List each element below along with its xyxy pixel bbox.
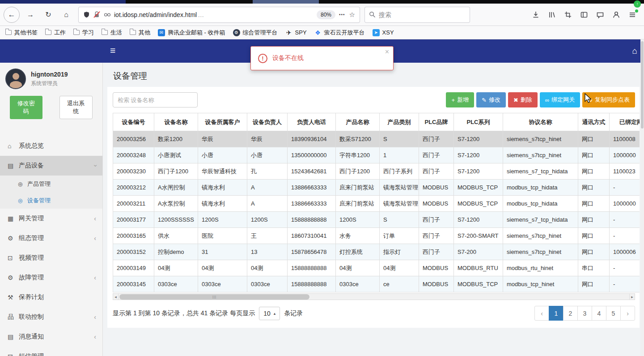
table-cell[interactable]: 04测 xyxy=(336,260,380,276)
table-cell[interactable]: 订单 xyxy=(380,228,419,244)
prev-page-button[interactable]: ‹ xyxy=(534,306,549,321)
table-cell[interactable]: 医院 xyxy=(198,228,247,244)
sidebar-collapse-button[interactable]: ≡ xyxy=(110,46,115,56)
table-cell[interactable]: 1000006 xyxy=(610,244,640,260)
table-cell[interactable]: MODBUS_RTU xyxy=(454,260,503,276)
bookmark-item[interactable]: ➤XSY xyxy=(373,29,394,36)
table-cell[interactable]: 网口 xyxy=(578,244,610,260)
table-cell[interactable]: S xyxy=(380,212,419,228)
sidebar-item[interactable]: 品联动控制‹ xyxy=(0,307,102,327)
table-cell[interactable]: - xyxy=(610,228,640,244)
table-cell[interactable]: 04测 xyxy=(380,260,419,276)
logout-button[interactable]: 退出系统 xyxy=(59,96,93,119)
bookmark-item[interactable]: 学习 xyxy=(73,29,94,37)
table-row[interactable]: 200003212A水闸控制镇海水利A13886663333庶来门前泵站镇海泵站… xyxy=(113,180,640,196)
page-button[interactable]: 1 xyxy=(549,306,564,321)
vertical-scrollbar-thumb[interactable] xyxy=(641,41,644,129)
table-cell[interactable]: 0303ce xyxy=(247,276,288,292)
page-button[interactable]: 2 xyxy=(563,306,578,321)
table-cell[interactable]: S7-1200 xyxy=(454,163,503,180)
table-cell[interactable]: 王 xyxy=(247,228,288,244)
scroll-right-icon[interactable]: ▸ xyxy=(629,293,635,300)
page-size-select[interactable]: 10 ▴ xyxy=(259,307,280,320)
table-cell[interactable]: 西门子 xyxy=(419,244,454,260)
table-cell[interactable]: MODBUS_TCP xyxy=(454,180,503,196)
table-cell[interactable]: MODBUS xyxy=(419,276,454,292)
table-cell[interactable]: A xyxy=(247,180,288,196)
add-button[interactable]: +新增 xyxy=(446,92,474,107)
table-cell[interactable]: 孔 xyxy=(247,163,288,180)
table-cell[interactable]: 数采S71200 xyxy=(336,131,380,147)
bookmark-item[interactable]: 其他书签 xyxy=(5,29,38,37)
table-cell[interactable]: 200003212 xyxy=(113,180,154,196)
bookmark-item[interactable]: 工作 xyxy=(45,29,66,37)
table-cell[interactable]: MODBUS xyxy=(419,180,454,196)
table-cell[interactable]: modbus_rtu_hinet xyxy=(503,260,578,276)
bind-gateway-button[interactable]: ∞绑定网关 xyxy=(540,92,580,107)
table-cell[interactable]: siemens_s7_tcp_hidata xyxy=(503,212,578,228)
table-cell[interactable]: 13500000000 xyxy=(288,147,336,163)
page-button[interactable]: 3 xyxy=(577,306,592,321)
table-cell[interactable]: 网口 xyxy=(578,228,610,244)
table-cell[interactable]: 200003230 xyxy=(113,163,154,180)
table-cell[interactable]: MODBUS xyxy=(419,196,454,212)
bookmark-item[interactable]: ✈SPY xyxy=(285,29,307,36)
sidebar-item[interactable]: ⚒保养计划 xyxy=(0,287,102,307)
table-cell[interactable]: 200003211 xyxy=(113,196,154,212)
sidebar-subitem[interactable]: ◎设备管理 xyxy=(0,192,102,209)
table-cell[interactable]: S7-200-SMART xyxy=(454,228,503,244)
table-cell[interactable]: 西门子 xyxy=(419,147,454,163)
table-cell[interactable]: 镇海泵站管理 xyxy=(380,196,419,212)
device-search-input[interactable] xyxy=(113,92,198,107)
forward-button[interactable]: → xyxy=(24,8,37,21)
download-icon[interactable] xyxy=(531,10,540,19)
bookmark-star-icon[interactable]: ☆ xyxy=(349,11,355,19)
table-cell[interactable]: 18390936104 xyxy=(288,131,336,147)
message-icon[interactable] xyxy=(596,10,605,19)
table-cell[interactable]: 13886663333 xyxy=(288,196,336,212)
menu-icon[interactable] xyxy=(628,10,637,19)
table-cell[interactable]: siemens_s7tcp_hinet xyxy=(503,131,578,147)
scrollbar-track[interactable]: ||| xyxy=(119,293,629,300)
table-cell[interactable]: 200003149 xyxy=(113,260,154,276)
table-cell[interactable]: 200003177 xyxy=(113,212,154,228)
table-cell[interactable]: 1200SSSSSS xyxy=(154,212,198,228)
table-cell[interactable]: 1200S xyxy=(247,212,288,228)
bookmark-item[interactable]: ❖萤石云开放平台 xyxy=(314,29,365,37)
table-cell[interactable]: 1100008 xyxy=(610,131,640,147)
table-cell[interactable]: 0303ce xyxy=(336,276,380,292)
table-cell[interactable]: 西门子 xyxy=(419,212,454,228)
table-cell[interactable]: siemens_s7tcp_hinet xyxy=(503,228,578,244)
table-cell[interactable]: 15888888888 xyxy=(288,260,336,276)
update-badge-icon[interactable]: ↑ xyxy=(634,0,641,8)
next-page-button[interactable]: › xyxy=(620,306,635,321)
table-row[interactable]: 200003248小唐测试小唐小唐13500000000字符串12001西门子S… xyxy=(113,147,640,163)
sidebar-item[interactable]: ⚙组态管理‹ xyxy=(0,228,102,248)
sidebar-item[interactable]: ⌂系统总览 xyxy=(0,136,102,156)
table-cell[interactable]: 西门子 xyxy=(419,163,454,180)
zoom-level-badge[interactable]: 80% xyxy=(317,10,335,19)
table-cell[interactable]: 1000000 xyxy=(610,147,640,163)
table-row[interactable]: 200003256数采1200华辰华辰18390936104数采S71200S西… xyxy=(113,131,640,147)
sidebar-subitem[interactable]: ◎产品管理 xyxy=(0,176,102,192)
table-cell[interactable]: 网口 xyxy=(578,180,610,196)
table-cell[interactable]: 1000000 xyxy=(610,196,640,212)
table-cell[interactable]: 网口 xyxy=(578,212,610,228)
table-cell[interactable]: 网口 xyxy=(578,276,610,292)
table-row[interactable]: 200003211A水泵控制镇海水利A13886663333庶来门前泵站镇海泵站… xyxy=(113,196,640,212)
table-cell[interactable]: 镇海水利 xyxy=(198,180,247,196)
table-cell[interactable]: 15243642681 xyxy=(288,163,336,180)
table-cell[interactable]: S xyxy=(380,131,419,147)
table-cell[interactable]: 0303ce xyxy=(198,276,247,292)
library-icon[interactable] xyxy=(547,10,556,19)
sidebar-toggle-icon[interactable] xyxy=(580,10,589,19)
table-cell[interactable]: MODBUS xyxy=(419,260,454,276)
sidebar-item[interactable]: ✉短信管理 xyxy=(0,347,102,356)
browser-tab[interactable] xyxy=(253,0,319,4)
table-cell[interactable]: S7-1200 xyxy=(454,147,503,163)
table-cell[interactable]: 0303ce xyxy=(154,276,198,292)
table-cell[interactable]: modbus_tcp_hidata xyxy=(503,196,578,212)
table-cell[interactable]: - xyxy=(610,260,640,276)
table-cell[interactable]: modbus_tcp_hinet xyxy=(503,276,578,292)
home-button[interactable]: ⌂ xyxy=(59,8,73,21)
